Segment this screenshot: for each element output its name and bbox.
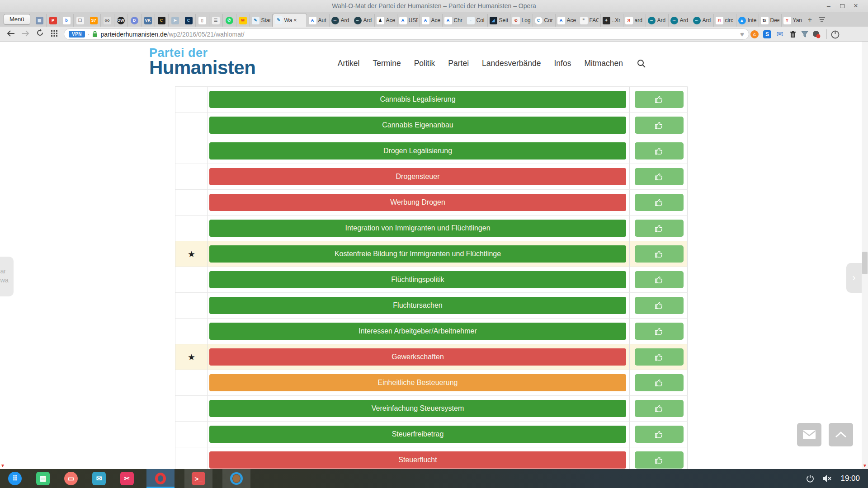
thumbs-up-button[interactable] (635, 168, 684, 185)
trash-icon[interactable] (788, 29, 798, 39)
site-logo[interactable]: Partei der Humanisten (149, 46, 255, 79)
thumbs-up-button[interactable] (635, 374, 684, 391)
search-icon[interactable] (637, 59, 646, 68)
thumbs-up-button[interactable] (635, 348, 684, 366)
thumbs-up-button[interactable] (635, 117, 684, 134)
extension-mail-icon[interactable]: ✉ (775, 29, 785, 39)
browser-tab[interactable]: ✦ ..Xr (601, 14, 623, 27)
presentation-app[interactable]: ▭ (61, 469, 80, 488)
right-edge-arrow-tab[interactable]: › (846, 263, 862, 293)
browser-tab[interactable]: ▲ Inte (736, 14, 759, 27)
contact-mail-button[interactable] (797, 423, 821, 446)
browser-tab[interactable]: A Aut (307, 14, 330, 27)
browser-tab[interactable]: A Ace (556, 14, 578, 27)
browser-tab[interactable]: ▯ (196, 14, 209, 27)
topic-bar[interactable]: Cannabis Eigenanbau (209, 117, 626, 134)
thumbs-up-button[interactable] (635, 91, 684, 108)
thumbs-up-button[interactable] (635, 400, 684, 417)
topic-bar[interactable]: Interessen Arbeitgeber/Arbeitnehmer (209, 323, 626, 340)
browser-tab[interactable]: ✉ (236, 14, 250, 27)
nav-item-artikel[interactable]: Artikel (338, 59, 360, 68)
new-tab-button[interactable]: + (804, 14, 816, 26)
thumbs-up-button[interactable] (635, 142, 684, 160)
browser-tab[interactable]: ❞ FAC (578, 14, 601, 27)
nav-item-landesverbaende[interactable]: Landesverbände (482, 59, 541, 68)
browser-tab[interactable]: D (128, 14, 142, 27)
nav-item-termine[interactable]: Termine (373, 59, 401, 68)
browser-tab[interactable]: ∞ Ard (691, 14, 714, 27)
topic-bar[interactable]: Cannabis Legalisierung (209, 91, 626, 108)
extension-badge-icon[interactable] (811, 29, 821, 39)
thumbs-up-button[interactable] (635, 451, 684, 469)
browser-tab[interactable]: OW (114, 14, 128, 27)
browser-tab[interactable]: ✆ (223, 14, 236, 27)
browser-tab[interactable]: tx Dee (759, 14, 782, 27)
topic-bar[interactable]: Werbung Drogen (209, 194, 626, 211)
browser-tab[interactable]: Я circ (714, 14, 736, 27)
browser-tab[interactable]: ☰ (209, 14, 223, 27)
browser-tab[interactable]: C (155, 14, 169, 27)
browser-tab[interactable]: ♟ Ace (375, 14, 397, 27)
extension-icon-s[interactable]: S (762, 29, 772, 39)
nav-item-infos[interactable]: Infos (554, 59, 571, 68)
topic-bar[interactable]: Einheitliche Besteuerung (209, 374, 626, 391)
nav-item-mitmachen[interactable]: Mitmachen (584, 59, 623, 68)
minimize-button[interactable]: – (824, 2, 834, 10)
tab-menu-icon[interactable] (816, 14, 828, 26)
topic-bar[interactable]: Integration von Immigranten und Flüchtli… (209, 220, 626, 237)
address-bar[interactable]: VPN · parteiderhumanisten.de /wp2/2016/0… (64, 28, 749, 40)
volume-muted-icon[interactable] (822, 474, 832, 483)
filter-funnel-icon[interactable] (800, 29, 810, 39)
browser-tab[interactable]: Я ard (623, 14, 646, 27)
browser-tab[interactable]: C Cor (533, 14, 556, 27)
scroll-to-top-button[interactable] (829, 423, 853, 446)
extension-icon-orange[interactable]: c (750, 29, 760, 39)
browser-tab[interactable]: ◢ Seit (488, 14, 510, 27)
browser-tab[interactable]: ✎ Wa × (273, 13, 307, 27)
thumbs-up-button[interactable] (635, 194, 684, 211)
beaver-app[interactable] (222, 469, 250, 488)
browser-tab[interactable]: VK (142, 14, 155, 27)
nav-item-partei[interactable]: Partei (448, 59, 469, 68)
browser-tab[interactable]: P (47, 14, 60, 27)
applications-menu[interactable]: ⠿ (5, 469, 24, 488)
maximize-button[interactable] (837, 2, 847, 10)
topic-bar[interactable]: Drogen Legalisierung (209, 142, 626, 160)
topic-bar[interactable]: Gewerkschaften (209, 348, 626, 366)
nav-item-politik[interactable]: Politik (414, 59, 435, 68)
window-list-app[interactable]: ▤ (33, 469, 52, 488)
browser-tab[interactable]: ◦ Coi (465, 14, 488, 27)
terminal-app[interactable]: >_ (184, 469, 212, 488)
topic-bar[interactable]: Drogensteuer (209, 168, 626, 185)
browser-tab[interactable]: b (60, 14, 74, 27)
speed-dial-grid-icon[interactable] (49, 29, 60, 40)
opera-menu-button[interactable]: Menü (4, 14, 30, 25)
opera-browser[interactable] (146, 469, 175, 488)
tab-close-icon[interactable]: × (293, 17, 297, 23)
page-scrollbar[interactable] (862, 42, 868, 469)
browser-tab[interactable]: ⊙ Log (510, 14, 533, 27)
browser-tab[interactable]: C (182, 14, 196, 27)
browser-tab[interactable]: oo (101, 14, 114, 27)
browser-tab[interactable]: Y Yan (782, 14, 804, 27)
topic-bar[interactable]: Kostenfreie Bildung für Immigranten und … (209, 245, 626, 263)
topic-bar[interactable]: Vereinfachung Steuersystem (209, 400, 626, 417)
back-icon[interactable] (5, 29, 16, 40)
browser-tab[interactable]: ∞ Ard (669, 14, 691, 27)
browser-tab[interactable]: ➤ (169, 14, 182, 27)
browser-tab[interactable]: ∞ Ard (646, 14, 669, 27)
browser-tab[interactable]: A USE (397, 14, 420, 27)
browser-tab[interactable]: S7 (87, 14, 101, 27)
browser-tab[interactable]: ✎ Star (250, 14, 273, 27)
topic-bar[interactable]: Steuerfreibetrag (209, 426, 626, 443)
thumbs-up-button[interactable] (635, 323, 684, 340)
thumbs-up-button[interactable] (635, 297, 684, 314)
bookmark-heart-icon[interactable]: ♥ (740, 30, 744, 38)
browser-tab[interactable]: A Ace (420, 14, 443, 27)
topic-bar[interactable]: Flüchtlingspolitik (209, 271, 626, 288)
mail-app[interactable]: ✉ (90, 469, 108, 488)
browser-tab[interactable]: A Chr (443, 14, 465, 27)
topic-bar[interactable]: Steuerflucht (209, 451, 626, 469)
thumbs-up-button[interactable] (635, 426, 684, 443)
forward-icon[interactable] (20, 29, 31, 40)
